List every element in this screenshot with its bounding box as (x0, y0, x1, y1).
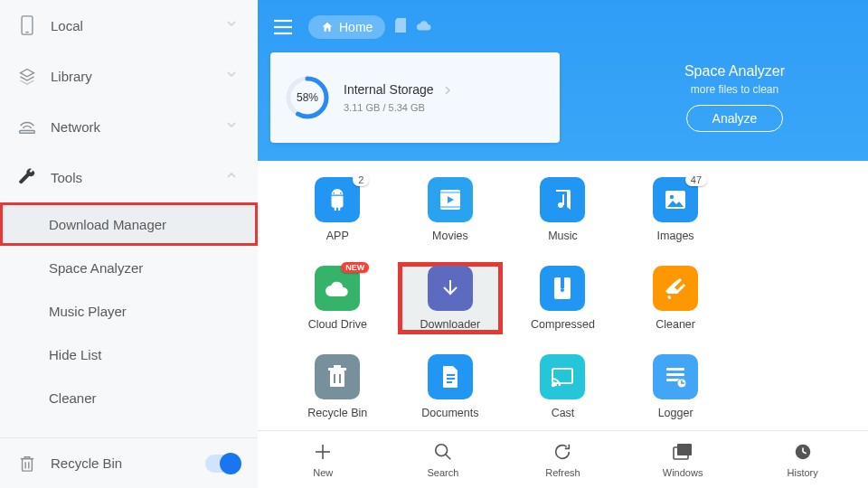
grid-item-documents[interactable]: Documents (398, 351, 504, 423)
sidebar-item-label: Network (51, 119, 225, 135)
svg-marker-2 (21, 70, 34, 77)
sidebar-item-library[interactable]: Library (0, 51, 258, 101)
chevron-down-icon (225, 118, 241, 135)
sd-card-icon[interactable] (394, 18, 407, 36)
grid-item-app[interactable]: 2 APP (285, 174, 391, 246)
sidebar-item-local[interactable]: Local (0, 0, 258, 51)
cast-icon (540, 354, 585, 399)
chevron-down-icon (225, 68, 241, 84)
grid-item-label: Cleaner (656, 318, 695, 331)
recycle-toggle[interactable] (205, 455, 241, 473)
sidebar-footer-recycle[interactable]: Recycle Bin (0, 437, 258, 488)
bottom-label: History (788, 467, 818, 478)
grid-item-cloud-drive[interactable]: NEW Cloud Drive (285, 262, 391, 334)
svg-rect-21 (330, 371, 344, 387)
bottom-bar: New Search Refresh Windows History (258, 430, 868, 488)
bottom-history[interactable]: History (762, 441, 844, 478)
bottom-refresh[interactable]: Refresh (522, 441, 603, 478)
hamburger-icon[interactable] (270, 14, 296, 40)
storage-info: Internal Storage 3.11 GB / 5.34 GB (344, 82, 452, 113)
bottom-label: Refresh (545, 467, 580, 478)
grid-item-label: Cloud Drive (308, 318, 367, 331)
analyze-button[interactable]: Analyze (686, 105, 784, 132)
svg-rect-4 (23, 458, 33, 470)
svg-rect-14 (562, 194, 564, 205)
grid-item-downloader[interactable]: Downloader (398, 262, 504, 334)
movie-icon (428, 177, 473, 222)
grid-item-cast[interactable]: Cast (510, 351, 616, 423)
sidebar-item-label: Cleaner (49, 390, 241, 406)
cloud-icon[interactable] (416, 19, 432, 35)
count-badge: 2 (353, 174, 369, 186)
refresh-icon (552, 441, 572, 463)
grid-item-label: Images (657, 230, 694, 242)
grid-item-movies[interactable]: Movies (398, 174, 504, 246)
sidebar-item-label: Music Player (49, 304, 241, 319)
grid-item-label: Logger (658, 407, 693, 419)
svg-point-20 (561, 288, 564, 292)
zip-icon (540, 266, 585, 311)
sidebar-item-cleaner[interactable]: Cleaner (0, 376, 258, 419)
sidebar-list: Local Library Network (0, 0, 258, 437)
layers-icon (16, 65, 38, 87)
network-icon (16, 116, 38, 137)
svg-point-40 (436, 445, 448, 456)
storage-subtitle: 3.11 GB / 5.34 GB (344, 102, 452, 113)
bottom-new[interactable]: New (282, 441, 363, 478)
tools-submenu: Download Manager Space Analyzer Music Pl… (0, 202, 258, 419)
grid-item-label: Music (548, 230, 578, 242)
svg-rect-43 (677, 444, 692, 455)
svg-rect-23 (334, 365, 341, 368)
bottom-label: Search (427, 467, 458, 478)
plus-icon (313, 441, 333, 463)
grid-item-logger[interactable]: Logger (623, 351, 729, 423)
svg-rect-32 (666, 373, 684, 376)
wrench-icon (16, 166, 38, 188)
sidebar-item-network[interactable]: Network (0, 101, 258, 152)
bottom-search[interactable]: Search (402, 441, 484, 478)
android-icon: 2 (315, 177, 360, 222)
grid-item-label: Movies (432, 230, 468, 242)
sidebar-item-space-analyzer[interactable]: Space Analyzer (0, 246, 258, 289)
image-icon: 47 (653, 177, 698, 222)
grid-item-label: Documents (421, 407, 478, 419)
svg-rect-3 (20, 131, 35, 134)
arrow-right-icon (443, 86, 452, 95)
sidebar-footer-label: Recycle Bin (51, 455, 205, 471)
storage-card[interactable]: 58% Internal Storage 3.11 GB / 5.34 GB (270, 52, 560, 143)
download-icon (428, 266, 473, 311)
sidebar: Local Library Network (0, 0, 258, 488)
storage-title: Internal Storage (344, 82, 452, 97)
home-label: Home (339, 20, 373, 34)
grid-item-images[interactable]: 47 Images (623, 174, 729, 246)
sidebar-item-tools[interactable]: Tools (0, 152, 258, 202)
sidebar-item-label: Library (51, 69, 225, 84)
grid-item-music[interactable]: Music (510, 174, 616, 246)
app-grid: 2 APP Movies Music 47 (285, 174, 841, 423)
grid-item-cleaner[interactable]: Cleaner (623, 262, 729, 334)
grid-item-label: Downloader (420, 318, 481, 331)
storage-donut: 58% (284, 74, 331, 121)
svg-rect-26 (447, 374, 455, 376)
sidebar-item-download-manager[interactable]: Download Manager (0, 202, 258, 246)
svg-point-30 (552, 384, 554, 386)
sidebar-item-label: Space Analyzer (49, 260, 241, 276)
svg-rect-24 (334, 374, 335, 383)
sidebar-item-music-player[interactable]: Music Player (0, 289, 258, 333)
cloud-drive-icon: NEW (315, 266, 360, 311)
breadcrumb-home[interactable]: Home (308, 15, 385, 39)
svg-rect-31 (666, 368, 684, 371)
grid-item-compressed[interactable]: Compressed (510, 262, 616, 334)
new-badge: NEW (341, 262, 369, 273)
header-row: 58% Internal Storage 3.11 GB / 5.34 GB S… (258, 45, 868, 143)
windows-icon (672, 441, 693, 463)
main-area: Home 58% Internal Storage (258, 0, 868, 488)
music-icon (540, 177, 585, 222)
sidebar-item-label: Tools (51, 170, 225, 185)
bottom-windows[interactable]: Windows (642, 441, 723, 478)
count-badge: 47 (685, 174, 707, 186)
svg-rect-25 (339, 374, 341, 383)
sidebar-item-hide-list[interactable]: Hide List (0, 333, 258, 376)
search-icon (433, 441, 453, 463)
grid-item-recycle-bin[interactable]: Recycle Bin (285, 351, 391, 423)
